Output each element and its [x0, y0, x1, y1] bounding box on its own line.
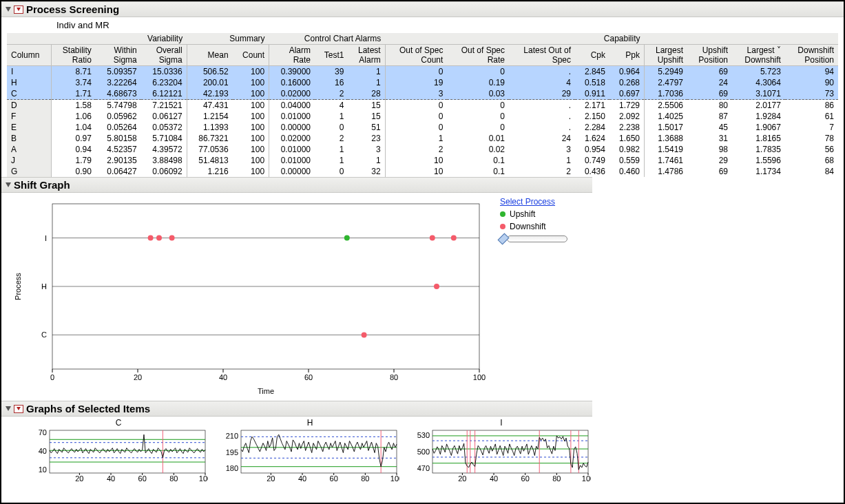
- row-label: H: [7, 77, 51, 88]
- cell: .: [509, 66, 575, 78]
- column-header[interactable]: Largest ˅Downshift: [732, 45, 785, 66]
- shift-graph[interactable]: CHI020406080100TimeProcess: [11, 197, 493, 397]
- cell: 100: [233, 144, 269, 155]
- cell: 1.216: [187, 166, 232, 177]
- cell: 10: [385, 155, 447, 166]
- row-label: E: [7, 122, 51, 133]
- svg-text:I: I: [45, 234, 47, 242]
- cell: 0.05264: [96, 122, 141, 133]
- cell: 29: [687, 155, 732, 166]
- mini-chart[interactable]: I47050053020406080100: [412, 418, 591, 486]
- svg-text:100: 100: [473, 373, 486, 381]
- cell: 2.284: [575, 122, 609, 133]
- process-slider[interactable]: [500, 234, 567, 244]
- column-header[interactable]: Test1: [315, 45, 348, 66]
- svg-text:C: C: [41, 330, 47, 339]
- column-header[interactable]: OverallSigma: [141, 45, 187, 66]
- cell: 86.7321: [187, 133, 232, 144]
- column-header[interactable]: WithinSigma: [96, 45, 141, 66]
- cell: 100: [233, 155, 269, 166]
- cell: 4.39572: [141, 144, 187, 155]
- svg-text:20: 20: [134, 373, 142, 381]
- cell: 0.02000: [269, 88, 315, 100]
- svg-text:60: 60: [304, 373, 313, 381]
- cell: 15.0336: [141, 66, 187, 78]
- column-header[interactable]: Latest Out ofSpec: [509, 45, 575, 66]
- svg-text:Time: Time: [258, 387, 274, 395]
- panel-menu-icon[interactable]: [14, 405, 23, 413]
- cell: 69: [687, 66, 732, 78]
- table-row[interactable]: B0.975.801585.7108486.73211000.020002231…: [7, 133, 838, 144]
- cell: 4.52357: [96, 144, 141, 155]
- cell: 1: [348, 77, 385, 88]
- selected-graphs-title: Graphs of Selected Items: [26, 403, 150, 414]
- column-header[interactable]: LatestAlarm: [348, 45, 385, 66]
- row-label: C: [7, 88, 51, 100]
- column-header[interactable]: Column: [7, 45, 51, 66]
- cell: 69: [687, 166, 732, 177]
- table-row[interactable]: J1.792.901353.8849851.48131000.010001110…: [7, 155, 838, 166]
- disclosure-icon[interactable]: [6, 406, 11, 411]
- svg-text:40: 40: [490, 474, 498, 483]
- panel-menu-icon[interactable]: [14, 6, 23, 14]
- table-row[interactable]: E1.040.052640.053721.13931000.0000005100…: [7, 122, 838, 133]
- select-process-link[interactable]: Select Process: [500, 197, 555, 207]
- cell: 39: [315, 66, 348, 78]
- slider-thumb-icon[interactable]: [498, 233, 510, 245]
- svg-point-23: [169, 235, 175, 241]
- cell: 100: [233, 88, 269, 100]
- mini-chart[interactable]: C10407020406080100: [29, 418, 208, 486]
- svg-text:20: 20: [75, 474, 83, 483]
- cell: 24: [687, 77, 732, 88]
- table-row[interactable]: I8.715.0935715.0336506.521000.3900039100…: [7, 66, 838, 78]
- svg-text:H: H: [41, 282, 47, 291]
- column-header[interactable]: DownshiftPosition: [785, 45, 838, 66]
- svg-text:40: 40: [219, 373, 227, 381]
- table-row[interactable]: A0.944.523574.3957277.05361000.010001320…: [7, 144, 838, 155]
- column-header[interactable]: Out of SpecRate: [447, 45, 509, 66]
- cell: 1: [315, 144, 348, 155]
- cell: 2: [315, 133, 348, 144]
- cell: 3.74: [51, 77, 96, 88]
- column-header[interactable]: UpshiftPosition: [687, 45, 732, 66]
- cell: 2.845: [575, 66, 609, 78]
- cell: 100: [233, 133, 269, 144]
- svg-text:210: 210: [226, 432, 238, 440]
- column-header[interactable]: LargestUpshift: [645, 45, 687, 66]
- process-screening-window: Process Screening Indiv and MR Variabili…: [0, 0, 845, 504]
- column-header[interactable]: StabilityRatio: [51, 45, 96, 66]
- svg-text:80: 80: [361, 474, 369, 483]
- column-header[interactable]: Cpk: [575, 45, 609, 66]
- shift-legend: Select Process Upshift Downshift: [500, 197, 567, 244]
- cell: 6.23204: [141, 77, 187, 88]
- table-row[interactable]: F1.060.059620.061271.21541000.0100011500…: [7, 111, 838, 122]
- group-header: [7, 33, 51, 45]
- svg-text:10: 10: [39, 465, 47, 474]
- cell: 1.2154: [187, 111, 232, 122]
- column-header[interactable]: Out of SpecCount: [385, 45, 447, 66]
- cell: 1.5419: [645, 144, 687, 155]
- subtitle: Indiv and MR: [1, 17, 844, 33]
- cell: 0.06127: [141, 111, 187, 122]
- summary-table[interactable]: VariabilitySummaryControl Chart AlarmsCa…: [7, 33, 838, 177]
- cell: 0.749: [575, 155, 609, 166]
- column-header[interactable]: Ppk: [609, 45, 645, 66]
- selected-graphs-header: Graphs of Selected Items: [1, 401, 592, 417]
- cell: 0.02: [447, 144, 509, 155]
- table-row[interactable]: H3.743.222646.23204200.011000.1600016119…: [7, 77, 838, 88]
- table-row[interactable]: G0.900.064270.060921.2161000.00000032100…: [7, 166, 838, 177]
- cell: 15: [348, 100, 385, 112]
- mini-chart[interactable]: H18019521020406080100: [220, 418, 399, 486]
- cell: 1.7835: [732, 144, 785, 155]
- column-header[interactable]: Count: [233, 45, 269, 66]
- table-row[interactable]: C1.714.686736.1212142.1931000.0200022830…: [7, 88, 838, 100]
- slider-track[interactable]: [507, 235, 567, 242]
- disclosure-icon[interactable]: [6, 182, 11, 187]
- table-row[interactable]: D1.585.747987.2152147.4311000.0400041500…: [7, 100, 838, 112]
- svg-point-21: [148, 235, 154, 241]
- cell: 1.3688: [645, 133, 687, 144]
- column-header[interactable]: Mean: [187, 45, 232, 66]
- column-header[interactable]: AlarmRate: [269, 45, 315, 66]
- disclosure-icon[interactable]: [6, 7, 11, 12]
- cell: 19: [385, 77, 447, 88]
